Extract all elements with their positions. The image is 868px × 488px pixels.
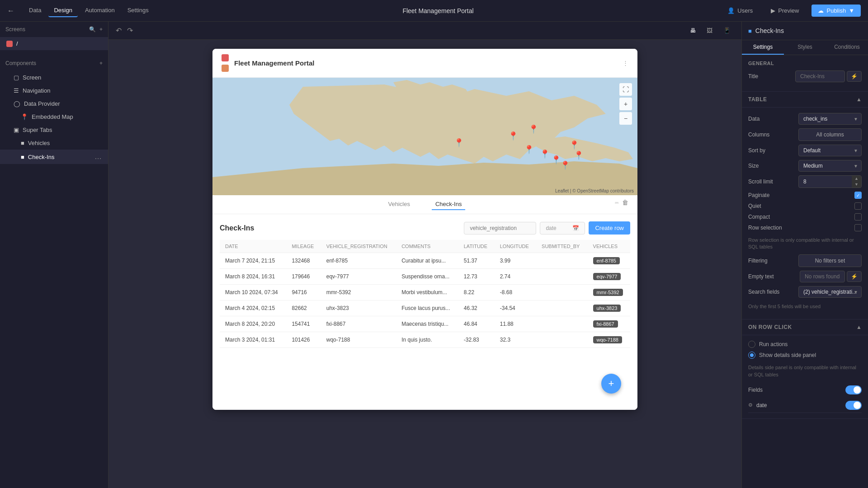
right-tab-styles[interactable]: Styles xyxy=(784,40,826,55)
mobile-view-button[interactable]: 📱 xyxy=(720,25,734,36)
title-binding-button[interactable]: ⚡ xyxy=(847,71,862,82)
field-date-toggle[interactable] xyxy=(845,401,862,410)
data-select-wrap: check_ins ▼ xyxy=(798,113,862,125)
scroll-limit-spinners: ▲ ▼ xyxy=(852,176,861,188)
tablet-view-button[interactable]: 🖼 xyxy=(703,25,716,36)
sidebar-item-embedded-map[interactable]: 📍 Embedded Map xyxy=(0,110,108,123)
cell-lon-4: 11.88 xyxy=(495,316,536,332)
search-icon[interactable]: 🔍 xyxy=(89,26,96,33)
row-selection-checkbox[interactable] xyxy=(854,224,862,231)
paginate-checkbox[interactable]: ✓ xyxy=(854,192,862,199)
size-select[interactable]: Medium xyxy=(798,160,862,172)
run-actions-radio[interactable] xyxy=(748,341,755,348)
data-select[interactable]: check_ins xyxy=(798,113,862,125)
undo-button[interactable]: ↶ xyxy=(116,26,122,35)
on-row-click-section-header[interactable]: ON ROW CLICK ▲ xyxy=(742,319,868,335)
checkins-section: Check-Ins date 📅 Create row xyxy=(212,214,637,410)
sidebar-item-check-ins[interactable]: ■ Check-Ins … xyxy=(0,150,108,164)
sidebar-item-navigation[interactable]: ☰ Navigation xyxy=(0,84,108,97)
date-filter-input[interactable]: date 📅 xyxy=(540,222,585,235)
publish-button[interactable]: ☁ Publish ▼ xyxy=(811,5,861,17)
right-tab-conditions[interactable]: Conditions xyxy=(826,40,868,55)
right-panel-title: Check-Ins xyxy=(755,27,784,34)
map-pin-6: 📍 xyxy=(569,140,580,150)
tab-automation[interactable]: Automation xyxy=(80,4,120,17)
columns-button[interactable]: All columns xyxy=(798,128,862,141)
app-preview: Fleet Management Portal ⋮ xyxy=(212,49,637,410)
show-details-radio[interactable] xyxy=(748,352,755,359)
vehicle-reg-search-input[interactable] xyxy=(464,222,536,235)
filtering-label: Filtering xyxy=(748,258,768,264)
map-container: 📍 📍 📍 📍 📍 📍 📍 📍 📍 ⛶ xyxy=(212,78,637,195)
quiet-checkbox[interactable] xyxy=(854,202,862,210)
redo-button[interactable]: ↷ xyxy=(127,26,133,35)
cell-lon-2: -8.68 xyxy=(495,285,536,300)
table-section-header[interactable]: TABLE ▲ xyxy=(742,92,868,108)
map-pin-3: 📍 xyxy=(508,131,519,141)
field-date-toggle-knob xyxy=(854,402,861,409)
compact-checkbox[interactable] xyxy=(854,213,862,221)
table-row[interactable]: March 8 2024, 16:31 179646 eqv-7977 Susp… xyxy=(220,269,630,285)
add-component-icon[interactable]: + xyxy=(99,60,103,66)
table-row[interactable]: March 8 2024, 20:20 154741 fxi-8867 Maec… xyxy=(220,316,630,332)
table-row[interactable]: March 10 2024, 07:34 94716 mmr-5392 Morb… xyxy=(220,285,630,300)
scroll-limit-input[interactable] xyxy=(799,176,852,187)
sidebar-item-super-tabs[interactable]: ▣ Super Tabs xyxy=(0,123,108,136)
nav-tabs: Data Design Automation Settings xyxy=(24,4,154,17)
run-actions-option[interactable]: Run actions xyxy=(748,341,862,348)
empty-text-binding-button[interactable]: ⚡ xyxy=(847,271,862,282)
map-pin-7: 📍 xyxy=(574,150,584,160)
sidebar-item-root[interactable]: / xyxy=(0,37,108,50)
preview-button[interactable]: ▶ Preview xyxy=(765,5,804,17)
right-panel-header: ■ Check-Ins xyxy=(742,22,868,40)
tab-settings[interactable]: Settings xyxy=(122,4,154,17)
sidebar-item-screen[interactable]: ▢ Screen xyxy=(0,71,108,84)
table-row[interactable]: March 3 2024, 01:31 101426 wqo-7188 In q… xyxy=(220,332,630,348)
right-panel: ■ Check-Ins Settings Styles Conditions G… xyxy=(741,22,868,488)
compact-label: Compact xyxy=(748,214,770,220)
filtering-button[interactable]: No filters set xyxy=(798,254,862,267)
col-mileage: MILEAGE xyxy=(286,240,321,253)
show-details-option[interactable]: Show details side panel xyxy=(748,352,862,359)
cell-sub-2 xyxy=(536,285,587,300)
scroll-limit-increment[interactable]: ▲ xyxy=(852,176,861,182)
back-button[interactable]: ← xyxy=(7,7,14,15)
map-zoom-in-button[interactable]: + xyxy=(619,98,632,110)
copy-tab-button[interactable]: ⎓ xyxy=(615,199,618,206)
create-row-button[interactable]: Create row xyxy=(589,221,630,235)
map-zoom-out-button[interactable]: − xyxy=(619,112,632,125)
tab-vehicles[interactable]: Vehicles xyxy=(385,199,414,210)
tab-design[interactable]: Design xyxy=(48,4,77,17)
cell-sub-3 xyxy=(536,300,587,316)
tab-data[interactable]: Data xyxy=(24,4,47,17)
col-submitted-by: SUBMITTED_BY xyxy=(536,240,587,253)
title-input[interactable] xyxy=(795,70,845,82)
col-vehicle-reg: VEHICLE_REGISTRATION xyxy=(321,240,396,253)
map-fullscreen-button[interactable]: ⛶ xyxy=(619,83,632,96)
empty-text-input[interactable] xyxy=(800,271,845,282)
search-fields-info: Only the first 5 fields will be used xyxy=(748,301,862,314)
scroll-limit-decrement[interactable]: ▼ xyxy=(852,182,861,188)
desktop-view-button[interactable]: 🖶 xyxy=(686,25,699,36)
delete-tab-button[interactable]: 🗑 xyxy=(622,199,628,206)
cell-vreg-1: eqv-7977 xyxy=(321,269,396,285)
fab-add-button[interactable]: + xyxy=(601,374,621,394)
add-screen-icon[interactable]: + xyxy=(99,26,103,33)
cell-sub-4 xyxy=(536,316,587,332)
right-tab-settings[interactable]: Settings xyxy=(742,40,784,55)
tab-check-ins[interactable]: Check-Ins xyxy=(432,199,466,210)
table-row[interactable]: March 7 2024, 21:15 132468 enf-8785 Cura… xyxy=(220,253,630,269)
users-button[interactable]: 👤 Users xyxy=(722,5,758,17)
checkins-context-menu[interactable]: … xyxy=(94,153,102,161)
right-panel-tabs: Settings Styles Conditions xyxy=(742,40,868,55)
cell-comments-2: Morbi vestibulum... xyxy=(396,285,458,300)
sidebar-item-data-provider[interactable]: ◯ Data Provider xyxy=(0,97,108,110)
general-section: GENERAL Title ⚡ xyxy=(742,55,868,92)
fields-toggle[interactable] xyxy=(845,385,862,394)
sort-by-select[interactable]: Default xyxy=(798,145,862,156)
cell-comments-1: Suspendisse orna... xyxy=(396,269,458,285)
search-fields-select[interactable]: (2) vehicle_registrati... xyxy=(798,286,862,298)
sidebar-item-vehicles[interactable]: ■ Vehicles xyxy=(0,136,108,150)
table-row[interactable]: March 4 2024, 02:15 82662 uhx-3823 Fusce… xyxy=(220,300,630,316)
row-selection-info: Row selection is only compatible with in… xyxy=(748,235,862,254)
